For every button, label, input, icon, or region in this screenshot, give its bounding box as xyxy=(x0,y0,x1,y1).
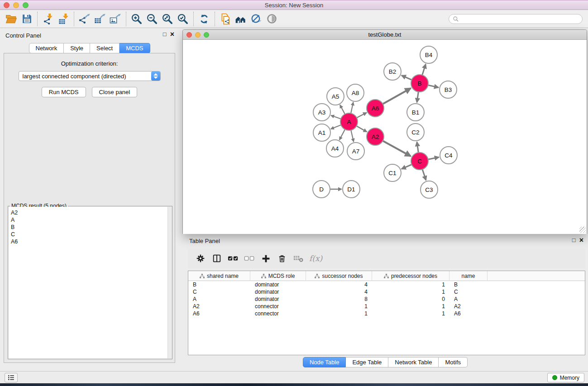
table-row[interactable]: A2connector11A2 xyxy=(188,303,585,310)
mcds-result-item[interactable]: A xyxy=(11,216,167,224)
export-image-button[interactable] xyxy=(108,12,123,26)
table-settings-button[interactable] xyxy=(192,251,209,266)
edge-B-B1[interactable] xyxy=(417,91,418,103)
delete-columns-button[interactable] xyxy=(274,251,290,266)
node-label-A6: A6 xyxy=(372,105,379,112)
table-row[interactable]: A6connector11A6 xyxy=(188,310,585,317)
open-session-button[interactable] xyxy=(4,12,19,26)
window-resize-grip[interactable] xyxy=(579,227,586,233)
tree-icon xyxy=(200,274,205,279)
zoom-in-icon xyxy=(131,13,143,25)
edge-B-B2[interactable] xyxy=(402,76,412,80)
table-cell: dominator xyxy=(250,289,306,295)
tab-mcds[interactable]: MCDS xyxy=(120,43,150,53)
select-all-button[interactable] xyxy=(225,251,241,266)
show-graphics-details-button[interactable] xyxy=(264,12,279,26)
mcds-result-item[interactable]: C xyxy=(11,231,167,238)
tab-motifs[interactable]: Motifs xyxy=(439,357,468,367)
memory-label: Memory xyxy=(560,375,579,381)
task-history-button[interactable] xyxy=(5,373,18,382)
edge-A-A6[interactable] xyxy=(356,113,367,118)
memory-button[interactable]: Memory xyxy=(547,373,584,382)
column-header-MCDS-role[interactable]: MCDS role xyxy=(250,271,306,281)
import-table-icon xyxy=(57,13,69,25)
table-row[interactable]: Bdominator41B xyxy=(188,281,585,288)
split-panel-button[interactable] xyxy=(209,251,225,266)
import-network-button[interactable] xyxy=(40,12,56,26)
edge-A-A1[interactable] xyxy=(331,125,341,129)
home-button[interactable] xyxy=(233,12,249,26)
column-header-predecessor-nodes[interactable]: predecessor nodes xyxy=(372,271,449,281)
edge-A-A4[interactable] xyxy=(339,129,345,140)
table-cell: A xyxy=(188,296,250,302)
import-table-button[interactable] xyxy=(56,12,71,26)
column-header-successor-nodes[interactable]: successor nodes xyxy=(306,271,372,281)
function-builder-button[interactable]: f(x) xyxy=(306,251,322,266)
column-header-shared-name[interactable]: shared name xyxy=(188,271,250,281)
table-cell: 4 xyxy=(306,289,372,295)
tab-node-table[interactable]: Node Table xyxy=(303,357,346,367)
run-mcds-button[interactable]: Run MCDS xyxy=(42,87,86,97)
table-row[interactable]: Adominator80A xyxy=(188,295,585,303)
node-table[interactable]: shared nameMCDS rolesuccessor nodesprede… xyxy=(188,271,585,355)
edge-C-C1[interactable] xyxy=(402,164,412,169)
close-panel-icon[interactable]: × xyxy=(170,31,174,38)
network-canvas[interactable]: B4B2BB3A8A5A6A3B1AA1C2A2A4A7C4CC1C3DD1 xyxy=(183,40,587,234)
table-cell: A6 xyxy=(188,310,250,317)
gear-icon xyxy=(196,254,205,263)
edge-A-A3[interactable] xyxy=(331,115,341,119)
close-panel-button[interactable]: Close panel xyxy=(92,87,138,97)
edge-B-B4[interactable] xyxy=(422,64,425,76)
close-table-panel-icon[interactable]: × xyxy=(579,237,583,243)
table-cell: 1 xyxy=(306,303,372,310)
table-row[interactable]: Cdominator41C xyxy=(188,288,585,295)
float-table-panel-icon[interactable]: □ xyxy=(572,237,576,243)
node-label-A7: A7 xyxy=(352,148,360,155)
zoom-in-button[interactable] xyxy=(129,12,144,26)
edge-A-A5[interactable] xyxy=(340,105,345,114)
edge-A6-B[interactable] xyxy=(382,88,411,104)
edge-A-A8[interactable] xyxy=(351,102,354,114)
zoom-fit-button[interactable] xyxy=(160,12,175,26)
deselect-all-button[interactable] xyxy=(241,251,258,266)
network-graph[interactable]: B4B2BB3A8A5A6A3B1AA1C2A2A4A7C4CC1C3DD1 xyxy=(183,40,587,234)
edge-C-C3[interactable] xyxy=(422,169,426,180)
mcds-result-item[interactable]: B xyxy=(11,224,167,231)
edge-A2-C[interactable] xyxy=(382,141,411,157)
table-cell: connector xyxy=(250,303,306,310)
table-cell: connector xyxy=(250,310,306,317)
duplicate-network-button[interactable] xyxy=(218,12,233,26)
export-network-button[interactable] xyxy=(77,12,92,26)
hide-graphics-details-button[interactable] xyxy=(249,12,264,26)
edge-C-C2[interactable] xyxy=(417,142,418,153)
mcds-result-item[interactable]: A2 xyxy=(11,209,167,216)
zoom-out-button[interactable] xyxy=(144,12,160,26)
save-session-button[interactable] xyxy=(19,12,34,26)
refresh-button[interactable] xyxy=(196,12,212,26)
edge-A-A2[interactable] xyxy=(356,126,367,132)
tab-edge-table[interactable]: Edge Table xyxy=(346,357,388,367)
search-field[interactable] xyxy=(449,14,583,24)
table-cell: A xyxy=(449,296,488,302)
float-panel-icon[interactable]: □ xyxy=(163,31,167,38)
export-table-icon xyxy=(94,13,106,25)
mcds-result-item[interactable]: A6 xyxy=(11,238,167,245)
export-table-button[interactable] xyxy=(92,12,108,26)
edge-C-C4[interactable] xyxy=(428,157,439,159)
search-input[interactable] xyxy=(461,16,578,22)
add-column-button[interactable] xyxy=(258,251,274,266)
tab-select[interactable]: Select xyxy=(90,43,120,53)
edge-B-B3[interactable] xyxy=(428,85,439,87)
result-scrollbar[interactable] xyxy=(167,207,172,358)
tab-network-table[interactable]: Network Table xyxy=(388,357,439,367)
tab-network[interactable]: Network xyxy=(29,43,64,53)
network-window-titlebar[interactable]: testGlobe.txt xyxy=(183,30,587,40)
delete-table-button[interactable] xyxy=(290,251,306,266)
tab-style[interactable]: Style xyxy=(64,43,90,53)
edge-A-A7[interactable] xyxy=(351,130,354,142)
table-cell: A2 xyxy=(188,303,250,310)
zoom-selected-button[interactable] xyxy=(175,12,191,26)
criterion-select[interactable]: largest connected component (directed) xyxy=(19,71,161,81)
column-header-name[interactable]: name xyxy=(449,271,488,281)
node-label-A3: A3 xyxy=(318,109,326,116)
